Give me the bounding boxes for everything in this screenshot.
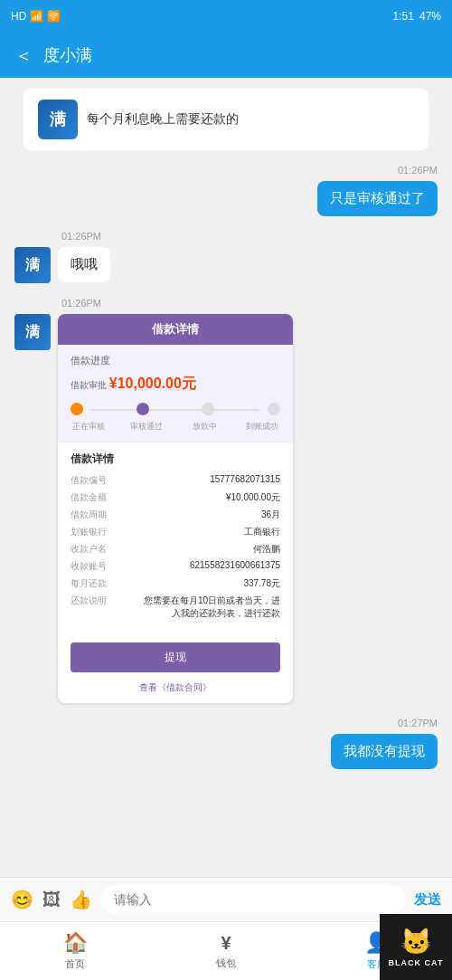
detail-label-8: 还款说明 (71, 595, 107, 607)
msg-time-1: 01:26PM (398, 165, 438, 176)
emoji-icon[interactable]: 😊 (11, 889, 33, 910)
avatar-2: 满 (14, 247, 51, 283)
hd-indicator: HD (11, 10, 26, 23)
wallet-icon: ¥ (221, 933, 231, 954)
detail-row-3: 借款周期 36月 (71, 509, 280, 521)
card-status-title: 借款进度 (71, 354, 280, 367)
detail-row-8: 还款说明 您需要在每月10日前或者当天，进入我的还款列表，进行还款 (71, 595, 280, 620)
message-row-2: 01:26PM 满 哦哦 (14, 231, 438, 283)
like-icon[interactable]: 👍 (70, 889, 92, 910)
step-1 (71, 403, 83, 415)
bottom-nav: 🏠 首页 ¥ 钱包 👤 客服 🐱 BLACK CAT (0, 921, 452, 980)
amount-label: 借款审批 (71, 380, 109, 390)
nav-wallet-label: 钱包 (216, 956, 236, 970)
detail-row-1: 借款编号 15777682071315 (71, 474, 280, 487)
blackcat-label: BLACK CAT (389, 958, 444, 967)
progress-steps (71, 403, 280, 415)
signal-icon: 📶 (30, 10, 43, 23)
detail-label-1: 借款编号 (71, 474, 107, 487)
detail-label-7: 每月还款 (71, 577, 107, 590)
pinned-message: 满 每个月利息晚上需要还款的 (24, 89, 428, 150)
contract-link[interactable]: 查看《借款合同》 (58, 681, 293, 703)
bubble-2: 哦哦 (58, 247, 110, 282)
amount-value: ¥10,000.00元 (109, 376, 196, 391)
msg-content-3: 满 借款详情 借款进度 借款审批 ¥10,000.00元 (14, 314, 293, 703)
message-row-1: 01:26PM 只是审核通过了 (14, 165, 438, 216)
msg-time-3: 01:26PM (14, 298, 101, 309)
bubble-1: 只是审核通过了 (317, 181, 438, 216)
step-2 (137, 403, 149, 415)
detail-label-6: 收款账号 (71, 560, 107, 573)
detail-row-6: 收款账号 621558231600661375 (71, 560, 280, 573)
pinned-logo: 满 (38, 100, 78, 139)
card-amount-row: 借款审批 ¥10,000.00元 (71, 375, 280, 394)
withdraw-button[interactable]: 提现 (71, 642, 280, 672)
wifi-icon: 🛜 (47, 10, 61, 23)
card-header: 借款详情 (58, 314, 293, 345)
progress-labels: 正在审核 审核通过 放款中 到账成功 (71, 421, 280, 433)
message-row-4: 01:27PM 我都没有提现 (14, 718, 438, 769)
status-left: HD 📶 🛜 (11, 10, 61, 23)
step-4 (268, 403, 280, 415)
loan-card: 借款详情 借款进度 借款审批 ¥10,000.00元 (58, 314, 293, 703)
nav-home-label: 首页 (65, 957, 85, 971)
send-button[interactable]: 发送 (414, 891, 441, 909)
detail-value-8: 您需要在每月10日前或者当天，进入我的还款列表，进行还款 (136, 595, 280, 620)
status-right: 1:51 47% (393, 10, 441, 23)
image-icon[interactable]: 🖼 (42, 890, 61, 910)
nav-home[interactable]: 🏠 首页 (0, 931, 151, 971)
cat-icon: 🐱 (400, 927, 432, 956)
card-detail-title: 借款详情 (71, 452, 280, 467)
progress-line (91, 409, 259, 411)
bubble-4: 我都没有提现 (331, 734, 438, 769)
blackcat-watermark: 🐱 BLACK CAT (380, 914, 452, 980)
avatar-3: 满 (14, 314, 51, 350)
step-label-4: 到账成功 (244, 421, 280, 433)
msg-content-4: 我都没有提现 (331, 734, 438, 769)
detail-value-2: ¥10,000.00元 (226, 491, 280, 504)
detail-value-7: 337.78元 (243, 577, 280, 590)
back-button[interactable]: ＜ (14, 43, 33, 68)
detail-value-3: 36月 (261, 509, 280, 521)
detail-row-5: 收款户名 何浩鹏 (71, 543, 280, 556)
chat-area: 满 每个月利息晚上需要还款的 01:26PM 只是审核通过了 01:26PM 满… (0, 78, 452, 877)
detail-value-4: 工商银行 (244, 526, 280, 538)
status-bar: HD 📶 🛜 1:51 47% (0, 0, 452, 33)
detail-label-2: 借款金额 (71, 491, 107, 504)
pinned-text: 每个月利息晚上需要还款的 (87, 111, 239, 128)
nav-wallet[interactable]: ¥ 钱包 (151, 933, 302, 970)
detail-label-4: 划账银行 (71, 526, 107, 538)
message-input[interactable] (101, 885, 405, 914)
page-title: 度小满 (43, 44, 92, 66)
step-label-2: 审核通过 (128, 421, 165, 433)
home-icon: 🏠 (63, 931, 88, 955)
step-label-3: 放款中 (186, 421, 222, 433)
message-row-3: 01:26PM 满 借款详情 借款进度 借款审批 ¥10,000.00元 (14, 298, 438, 703)
detail-value-6: 621558231600661375 (190, 560, 280, 573)
card-detail-section: 借款详情 借款编号 15777682071315 借款金额 ¥10,000.00… (58, 442, 293, 633)
battery-indicator: 47% (419, 10, 441, 23)
detail-label-5: 收款户名 (71, 543, 107, 556)
step-label-1: 正在审核 (71, 421, 107, 433)
detail-value-1: 15777682071315 (210, 474, 280, 487)
msg-content-1: 只是审核通过了 (317, 181, 438, 216)
detail-row-4: 划账银行 工商银行 (71, 526, 280, 538)
msg-time-4: 01:27PM (398, 718, 438, 728)
header: ＜ 度小满 (0, 33, 452, 78)
detail-row-7: 每月还款 337.78元 (71, 577, 280, 590)
detail-label-3: 借款周期 (71, 509, 107, 521)
step-3 (202, 403, 214, 415)
detail-row-2: 借款金额 ¥10,000.00元 (71, 491, 280, 504)
card-status-section: 借款进度 借款审批 ¥10,000.00元 正在审核 审核通过 (58, 345, 293, 442)
detail-value-5: 何浩鹏 (253, 543, 280, 556)
msg-time-2: 01:26PM (14, 231, 101, 242)
msg-content-2: 满 哦哦 (14, 247, 110, 283)
time-display: 1:51 (393, 10, 414, 23)
